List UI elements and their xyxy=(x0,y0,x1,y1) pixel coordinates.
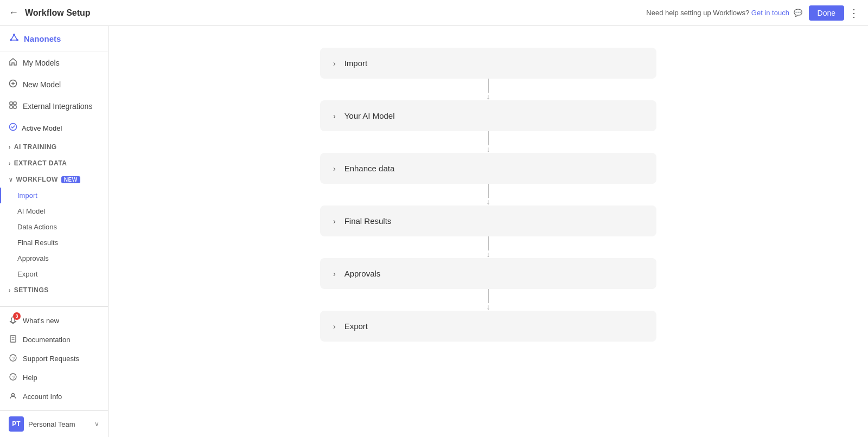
connector-3: ↓ xyxy=(320,184,656,205)
sidebar-section-settings[interactable]: › SETTINGS xyxy=(0,282,108,298)
whats-new-label: What's new xyxy=(23,317,59,325)
export-card-title: Export xyxy=(344,322,368,331)
sidebar-item-external-integrations[interactable]: External Integrations xyxy=(0,95,108,117)
workflow-card-import[interactable]: › Import xyxy=(320,48,656,79)
export-card-chevron-icon: › xyxy=(333,322,336,331)
sidebar-item-my-models[interactable]: My Models xyxy=(0,52,108,74)
sidebar-item-active-model[interactable]: Active Model xyxy=(0,117,108,139)
workflow-card-ai-model[interactable]: › Your AI Model xyxy=(320,100,656,131)
workflow-card-export[interactable]: › Export xyxy=(320,311,656,342)
sidebar-item-final-results[interactable]: Final Results xyxy=(0,235,108,250)
team-chevron-icon: ∨ xyxy=(94,420,99,428)
approvals-card-title: Approvals xyxy=(344,269,381,278)
svg-point-21 xyxy=(12,394,15,396)
help-text: Need help setting up Workflows? Get in t… xyxy=(646,9,802,17)
workflow-new-badge: NEW xyxy=(61,176,80,183)
connector-2: ↓ xyxy=(320,131,656,153)
workflow-card-enhance-data[interactable]: › Enhance data xyxy=(320,153,656,184)
team-avatar: PT xyxy=(9,416,24,432)
data-actions-label: Data Actions xyxy=(17,223,57,231)
sidebar-item-approvals[interactable]: Approvals xyxy=(0,250,108,266)
extract-data-label: EXTRACT DATA xyxy=(14,159,67,167)
sidebar-item-new-model-label: New Model xyxy=(23,80,61,89)
sidebar-item-help[interactable]: ? Help xyxy=(0,368,108,387)
sidebar-logo-text: Nanonets xyxy=(24,34,61,43)
sidebar-item-new-model[interactable]: New Model xyxy=(0,74,108,95)
export-label: Export xyxy=(17,270,38,278)
svg-rect-9 xyxy=(10,102,12,105)
ai-model-label: AI Model xyxy=(17,207,45,215)
final-results-card-chevron-icon: › xyxy=(333,217,336,226)
arrow-down-icon-4: ↓ xyxy=(487,250,490,258)
sidebar-item-documentation[interactable]: Documentation xyxy=(0,330,108,349)
help-icon: ? xyxy=(9,372,17,383)
support-icon: ? xyxy=(9,354,17,364)
documentation-label: Documentation xyxy=(23,336,70,344)
nanonets-logo-icon xyxy=(9,33,20,45)
active-model-label: Active Model xyxy=(22,124,62,132)
approvals-card-chevron-icon: › xyxy=(333,269,336,278)
import-card-chevron-icon: › xyxy=(333,59,336,68)
team-name: Personal Team xyxy=(28,420,94,428)
sidebar-section-workflow[interactable]: ∨ WORKFLOW NEW xyxy=(0,171,108,188)
main-layout: Nanonets My Models xyxy=(0,26,868,437)
topbar: ← Workflow Setup Need help setting up Wo… xyxy=(0,0,868,26)
arrow-down-icon-5: ↓ xyxy=(487,303,490,311)
help-label: Help xyxy=(23,374,37,382)
get-in-touch-link[interactable]: Get in touch xyxy=(751,9,789,17)
workflow-card-final-results[interactable]: › Final Results xyxy=(320,205,656,236)
back-button[interactable]: ← xyxy=(9,7,18,18)
account-icon xyxy=(9,391,17,402)
active-model-check-icon xyxy=(9,123,17,133)
team-selector[interactable]: PT Personal Team ∨ xyxy=(0,410,108,437)
sidebar-item-support-requests[interactable]: ? Support Requests xyxy=(0,349,108,368)
sidebar-item-external-integrations-label: External Integrations xyxy=(23,102,92,111)
svg-text:?: ? xyxy=(12,375,15,380)
page-title: Workflow Setup xyxy=(25,8,646,18)
enhance-data-card-chevron-icon: › xyxy=(333,164,336,173)
ai-model-card-chevron-icon: › xyxy=(333,112,336,120)
content-area: › Import ↓ › Your AI Model ↓ › Enhance d… xyxy=(108,26,868,437)
home-icon xyxy=(9,57,17,68)
more-options-button[interactable]: ⋮ xyxy=(848,7,859,20)
approvals-label: Approvals xyxy=(17,254,49,262)
account-info-label: Account Info xyxy=(23,393,62,401)
final-results-label: Final Results xyxy=(17,239,58,247)
sidebar-item-whats-new[interactable]: 3 What's new xyxy=(0,311,108,330)
sidebar-item-ai-model[interactable]: AI Model xyxy=(0,203,108,219)
workflow-label: WORKFLOW xyxy=(16,176,58,183)
sidebar-item-my-models-label: My Models xyxy=(23,59,60,67)
notification-count-badge: 3 xyxy=(13,312,21,320)
sidebar-section-extract-data[interactable]: › EXTRACT DATA xyxy=(0,155,108,171)
arrow-down-icon-1: ↓ xyxy=(487,93,490,100)
connector-4: ↓ xyxy=(320,236,656,258)
grid-icon xyxy=(9,101,17,112)
documentation-icon xyxy=(9,335,17,345)
settings-chevron-icon: › xyxy=(9,287,11,293)
ai-training-label: AI TRAINING xyxy=(14,143,57,151)
svg-line-4 xyxy=(14,35,17,40)
arrow-down-icon-2: ↓ xyxy=(487,145,490,153)
sidebar-section-ai-training[interactable]: › AI TRAINING xyxy=(0,139,108,155)
sidebar: Nanonets My Models xyxy=(0,26,108,437)
settings-label: SETTINGS xyxy=(14,286,49,294)
ai-training-chevron-icon: › xyxy=(9,144,11,150)
chat-icon: 💬 xyxy=(794,9,802,17)
sidebar-item-account-info[interactable]: Account Info xyxy=(0,387,108,406)
svg-text:?: ? xyxy=(12,356,15,361)
sidebar-item-export[interactable]: Export xyxy=(0,266,108,282)
support-requests-label: Support Requests xyxy=(23,355,79,363)
svg-rect-14 xyxy=(10,336,16,342)
arrow-down-icon-3: ↓ xyxy=(487,198,490,205)
sidebar-item-data-actions[interactable]: Data Actions xyxy=(0,219,108,235)
sidebar-logo[interactable]: Nanonets xyxy=(0,26,108,52)
svg-line-3 xyxy=(11,35,14,40)
import-label: Import xyxy=(17,191,37,200)
workflow-card-approvals[interactable]: › Approvals xyxy=(320,258,656,289)
svg-rect-10 xyxy=(14,102,16,105)
connector-5: ↓ xyxy=(320,289,656,311)
extract-data-chevron-icon: › xyxy=(9,160,11,166)
import-card-title: Import xyxy=(344,59,368,68)
sidebar-item-import[interactable]: Import xyxy=(0,188,108,203)
done-button[interactable]: Done xyxy=(809,5,844,21)
